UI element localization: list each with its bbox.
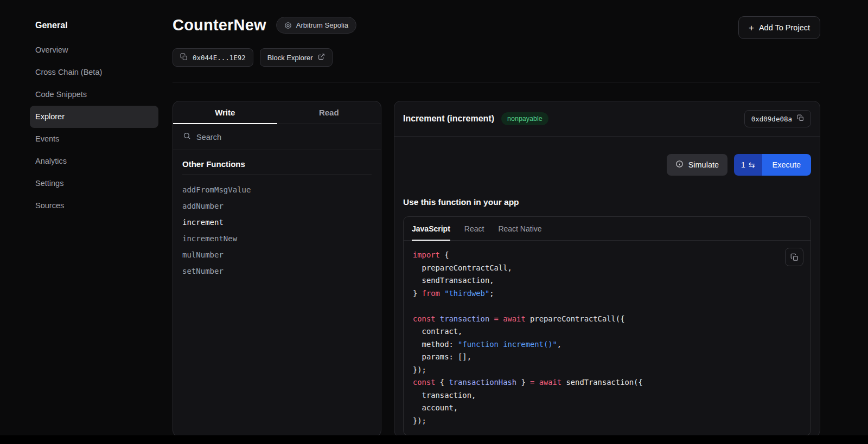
app-root: General OverviewCross Chain (Beta)Code S… xyxy=(0,0,868,444)
functions-panel: Write Read Other Functions addFromMsgV xyxy=(173,101,381,437)
code-line: account, xyxy=(413,402,801,415)
code-token: contract, xyxy=(413,327,462,336)
code-line: import { xyxy=(413,249,801,262)
function-item-incrementnew[interactable]: incrementNew xyxy=(182,230,372,247)
function-item-setnumber[interactable]: setNumber xyxy=(182,263,372,279)
function-list: addFromMsgValueaddNumberincrementincreme… xyxy=(173,175,381,286)
sidebar-item-sources[interactable]: Sources xyxy=(30,195,158,217)
code-token: sendTransaction, xyxy=(413,276,494,285)
tab-read[interactable]: Read xyxy=(277,101,381,124)
tab-react[interactable]: React xyxy=(464,217,484,241)
code-line: transaction, xyxy=(413,389,801,402)
execute-button[interactable]: Execute xyxy=(762,154,811,176)
function-item-addfrommsgvalue[interactable]: addFromMsgValue xyxy=(182,182,372,198)
code-token: ; xyxy=(489,289,494,298)
execute-count-badge[interactable]: 1 ⇆ xyxy=(734,154,762,176)
code-token xyxy=(440,289,444,298)
code-line: const { transactionHash } = await sendTr… xyxy=(413,376,801,389)
code-token xyxy=(436,314,440,323)
code-token: } xyxy=(516,378,530,387)
execute-count: 1 xyxy=(741,160,745,169)
code-snippet: import { prepareContractCall, sendTransa… xyxy=(413,249,801,427)
code-area: import { prepareContractCall, sendTransa… xyxy=(404,241,810,435)
code-token: }); xyxy=(413,416,426,425)
sidebar: General OverviewCross Chain (Beta)Code S… xyxy=(0,0,158,444)
code-token: const xyxy=(413,378,436,387)
code-token xyxy=(499,314,503,323)
code-token: { xyxy=(436,378,449,387)
network-icon xyxy=(284,22,292,29)
header-divider xyxy=(173,82,820,82)
code-line: contract, xyxy=(413,325,801,338)
code-token: }); xyxy=(413,365,426,374)
function-item-increment[interactable]: increment xyxy=(182,214,372,230)
code-token: await xyxy=(539,378,562,387)
code-token: = xyxy=(494,314,499,323)
function-selector-button[interactable]: 0xd09de08a xyxy=(744,110,811,127)
other-functions-section: Other Functions xyxy=(182,150,372,175)
sidebar-header: General xyxy=(30,17,158,39)
simulate-label: Simulate xyxy=(688,160,719,169)
contract-address-button[interactable]: 0x044E...1E92 xyxy=(173,48,253,67)
code-line: }); xyxy=(413,364,801,377)
block-explorer-button[interactable]: Block Explorer xyxy=(260,48,333,67)
sidebar-item-events[interactable]: Events xyxy=(30,128,158,150)
add-to-project-label: Add To Project xyxy=(759,23,810,32)
simulate-button[interactable]: Simulate xyxy=(667,154,727,176)
code-token: sendTransaction({ xyxy=(561,378,643,387)
main-content: CounterNew Arbitrum Sepolia + Add To Pro… xyxy=(158,0,868,444)
add-to-project-button[interactable]: + Add To Project xyxy=(738,16,820,39)
code-line: prepareContractCall, xyxy=(413,262,801,275)
code-line xyxy=(413,300,801,313)
code-token: const xyxy=(413,314,436,323)
plus-icon: + xyxy=(749,23,754,33)
search-input[interactable] xyxy=(196,133,371,141)
contract-address: 0x044E...1E92 xyxy=(193,54,246,62)
sidebar-item-code-snippets[interactable]: Code Snippets xyxy=(30,83,158,106)
code-line: method: "function increment()", xyxy=(413,338,801,351)
code-token: transaction xyxy=(440,314,489,323)
contract-meta-row: 0x044E...1E92 Block Explorer xyxy=(173,48,820,67)
network-badge-label: Arbitrum Sepolia xyxy=(296,21,348,29)
code-token: method: xyxy=(413,340,458,349)
code-token: { xyxy=(440,250,449,259)
code-line: }); xyxy=(413,415,801,428)
block-explorer-label: Block Explorer xyxy=(267,54,313,62)
code-token: transaction, xyxy=(413,391,476,400)
function-item-mulnumber[interactable]: mulNumber xyxy=(182,247,372,263)
title-group: CounterNew Arbitrum Sepolia xyxy=(173,16,356,34)
code-token: transactionHash xyxy=(449,378,516,387)
sidebar-item-explorer[interactable]: Explorer xyxy=(30,106,158,128)
code-token: } xyxy=(413,289,422,298)
copy-icon xyxy=(180,53,188,62)
usage-title: Use this function in your app xyxy=(403,197,811,207)
code-line: } from "thirdweb"; xyxy=(413,287,801,300)
code-token: params: [], xyxy=(413,352,471,361)
code-token: await xyxy=(503,314,526,323)
code-token xyxy=(534,378,539,387)
function-search-row xyxy=(173,124,381,150)
tab-write[interactable]: Write xyxy=(173,101,277,124)
code-token: from xyxy=(422,289,440,298)
code-copy-button[interactable] xyxy=(785,248,803,266)
sidebar-item-overview[interactable]: Overview xyxy=(30,39,158,61)
other-functions-title: Other Functions xyxy=(182,159,372,169)
function-detail-header: Increment (increment) nonpayable 0xd09de… xyxy=(394,101,820,136)
explorer-content: Write Read Other Functions addFromMsgV xyxy=(173,101,820,437)
state-mutability-badge: nonpayable xyxy=(501,112,548,125)
tab-react-native[interactable]: React Native xyxy=(498,217,541,241)
sidebar-item-settings[interactable]: Settings xyxy=(30,172,158,195)
sidebar-item-analytics[interactable]: Analytics xyxy=(30,150,158,172)
actions-row: Simulate 1 ⇆ Execute xyxy=(394,137,820,176)
info-icon xyxy=(675,160,684,170)
function-selector: 0xd09de08a xyxy=(751,115,792,123)
code-line: const transaction = await prepareContrac… xyxy=(413,313,801,326)
code-token xyxy=(489,314,494,323)
execute-button-group: 1 ⇆ Execute xyxy=(734,154,811,176)
sidebar-item-cross-chain-beta[interactable]: Cross Chain (Beta) xyxy=(30,61,158,83)
network-badge[interactable]: Arbitrum Sepolia xyxy=(276,17,356,34)
code-card: JavaScript React React Native import { p… xyxy=(403,216,811,436)
tab-javascript[interactable]: JavaScript xyxy=(412,217,450,241)
function-item-addnumber[interactable]: addNumber xyxy=(182,198,372,214)
code-token: account, xyxy=(413,403,458,412)
